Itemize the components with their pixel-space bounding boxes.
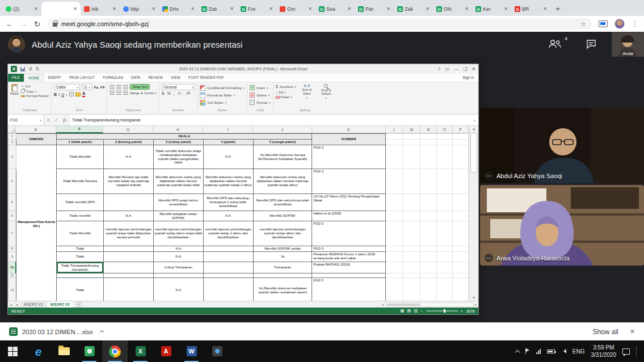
ribbon-tab-review[interactable]: REVIEW [144,74,167,82]
address-bar[interactable]: meet.google.com/sme-qboh-gzj [47,18,592,30]
empty-cell[interactable] [403,134,420,140]
empty-cell[interactable] [386,221,403,246]
accounting-format-icon[interactable]: $ [162,91,164,95]
tab-close-icon[interactable] [151,6,155,11]
cell[interactable]: N.A [153,252,203,262]
comma-format-icon[interactable]: , [173,91,174,95]
empty-cell[interactable] [420,262,437,273]
empty-cell[interactable] [452,145,468,169]
cell[interactable]: Memiliki dokumen restra yang dijabarkan … [253,169,312,194]
sheet-nav-left-icon[interactable] [8,302,14,306]
cell[interactable]: Peraturan BAZNAS Nomor 1 tahun 2018 tent… [312,252,386,262]
format-cells-button[interactable]: Format [250,99,271,106]
back-icon[interactable]: ← [6,20,13,28]
insert-cells-button[interactable]: +Insert [250,84,268,91]
browser-tab-for[interactable]: For [237,2,276,16]
cell[interactable] [103,194,153,211]
row-header-12[interactable]: 12 [9,278,16,301]
empty-cell[interactable] [420,211,437,221]
ribbon-tab-insert[interactable]: INSERT [44,74,65,82]
cell[interactable]: N.A [103,211,153,221]
browser-tab-par[interactable]: Par [355,2,394,16]
hidden-icons-caret-icon[interactable] [515,350,520,354]
empty-cell[interactable] [420,246,437,252]
taskbar-word[interactable]: W [179,340,204,362]
italic-button[interactable]: I [58,92,60,96]
download-item[interactable]: 2020 03 12 DIMEN....xlsx [9,327,103,336]
browser-tab-sea[interactable]: Sea [315,2,355,16]
empty-cell[interactable] [420,278,437,301]
empty-cell[interactable] [452,273,468,278]
copy-button[interactable]: Copy [21,89,49,93]
cell[interactable] [203,273,253,278]
empty-cell[interactable] [437,252,453,262]
taskbar-edge[interactable]: e [26,340,51,362]
reload-icon[interactable]: ↻ [34,20,40,28]
empty-cell[interactable] [452,246,468,252]
row-header-4[interactable]: 4 [9,169,16,194]
browser-tab-inb[interactable]: Inb [81,2,120,16]
cell[interactable] [103,273,153,278]
forward-icon[interactable]: → [20,20,27,28]
empty-cell[interactable] [386,169,403,194]
row-header-11[interactable]: 11 [9,273,16,278]
ribbon-tab-view[interactable]: VIEW [167,74,184,82]
taskbar-green-app[interactable] [77,340,102,362]
volume-icon[interactable] [561,349,566,353]
browser-tab-2[interactable]: (2) [2,2,41,16]
new-tab-button[interactable]: + [550,2,565,16]
empty-cell[interactable] [403,273,420,278]
cell[interactable]: Memiliki kebijakan selain SOP/SK [153,211,203,221]
cell[interactable]: Cukup Transparan [153,262,203,273]
download-menu-caret-icon[interactable] [100,330,104,334]
cell[interactable]: N.A [153,278,203,301]
save-icon[interactable] [20,67,25,71]
formula-bar-expand-icon[interactable] [470,115,478,125]
cut-button[interactable]: ✂Cut [21,84,49,88]
format-as-table-button[interactable]: Format as Table [200,91,234,99]
row-header-2[interactable]: 2 [9,140,16,145]
sheet-nav-right-icon[interactable] [14,302,20,306]
empty-cell[interactable] [420,134,437,140]
cancel-entry-icon[interactable] [47,118,50,123]
align-center-icon[interactable] [116,91,121,95]
cell[interactable]: Tidak memiliki DPS [56,194,103,211]
empty-cell[interactable] [452,221,468,246]
zoom-out-icon[interactable] [421,309,423,313]
row-header-10[interactable]: 10 [9,262,16,273]
increase-decimal-icon[interactable]: .0→ [177,92,183,95]
cell[interactable] [103,262,153,273]
ribbon-tab-formulas[interactable]: FORMULAS [99,74,127,82]
cell[interactable]: FGD 3 [312,278,386,301]
cell[interactable]: Tidak memiliki dokumen tetapi melaksanak… [153,145,203,169]
empty-cell[interactable] [403,211,420,221]
empty-cell[interactable] [403,252,420,262]
tab-close-icon[interactable] [504,6,508,11]
find-select-button[interactable]: Find & Select [318,84,335,100]
cell[interactable]: Memiliki Renstra tapi tidak memiliki kai… [103,169,153,194]
grow-font-button[interactable]: A▴ [94,85,98,89]
empty-cell[interactable] [386,273,403,278]
browser-tab-http[interactable]: http [120,2,159,16]
cell[interactable]: FGD 3 [312,145,386,169]
empty-cell[interactable] [452,262,468,273]
zoom-in-icon[interactable] [461,309,463,313]
zoom-slider[interactable] [426,310,458,312]
cell[interactable]: FGD 3 [312,221,386,246]
insert-function-icon[interactable]: fx [63,117,66,123]
autosum-button[interactable]: ΣAutoSum [276,84,296,89]
tab-close-icon[interactable] [308,6,312,11]
browser-tab-meet[interactable] [41,2,81,16]
cell[interactable]: Tidak [56,246,103,252]
cell[interactable]: N.A [103,145,153,169]
empty-cell[interactable] [386,211,403,221]
scale-header-3[interactable]: 3 (cukup patuh) [153,140,203,145]
battery-icon[interactable] [547,350,555,353]
language-indicator[interactable]: ENG [573,348,585,355]
hscroll-left-icon[interactable] [382,302,384,306]
scroll-down-icon[interactable] [472,295,475,301]
row-header-7[interactable]: 7 [9,221,16,246]
paste-button[interactable]: Paste [10,84,19,95]
hscroll-track[interactable] [385,302,474,307]
participant-video-abdul[interactable]: Abdul Aziz Yahya Saoqi [480,108,644,183]
